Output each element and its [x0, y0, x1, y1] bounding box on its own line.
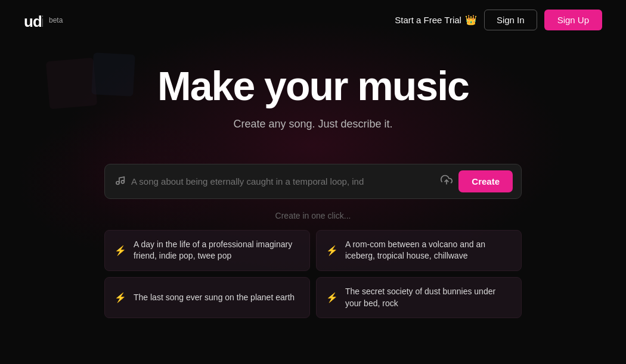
upload-icon[interactable]: [441, 174, 453, 189]
music-icon: [113, 174, 125, 189]
card-text-0: A day in the life of a professional imag…: [134, 239, 300, 262]
search-container: Create: [0, 164, 626, 199]
card-text-1: A rom-com between a volcano and an icebe…: [345, 239, 512, 262]
crown-icon: 👑: [465, 14, 477, 26]
svg-text:udio: udio: [24, 13, 43, 29]
card-text-3: The secret society of dust bunnies under…: [345, 286, 512, 309]
bolt-icon-3: ⚡: [326, 292, 338, 303]
logo-area: udio beta: [24, 11, 63, 30]
bolt-icon-1: ⚡: [326, 245, 338, 256]
hero-subtitle: Create any song. Just describe it.: [12, 118, 614, 130]
card-text-2: The last song ever sung on the planet ea…: [134, 292, 295, 304]
card-3[interactable]: ⚡ The secret society of dust bunnies und…: [316, 277, 522, 318]
card-1[interactable]: ⚡ A rom-com between a volcano and an ice…: [316, 230, 522, 271]
bolt-icon-0: ⚡: [114, 245, 126, 256]
card-2[interactable]: ⚡ The last song ever sung on the planet …: [104, 277, 310, 318]
header-right: Start a Free Trial 👑 Sign In Sign Up: [395, 10, 602, 30]
logo: udio: [24, 11, 44, 30]
bolt-icon-2: ⚡: [114, 292, 126, 303]
search-input[interactable]: [131, 176, 435, 186]
sign-in-button[interactable]: Sign In: [484, 10, 537, 30]
free-trial-link[interactable]: Start a Free Trial 👑: [395, 14, 477, 26]
beta-badge: beta: [49, 16, 63, 24]
create-button[interactable]: Create: [458, 170, 513, 192]
cards-container: ⚡ A day in the life of a professional im…: [0, 230, 626, 318]
sign-up-button[interactable]: Sign Up: [544, 10, 602, 30]
one-click-label: Create in one click...: [0, 211, 626, 220]
search-bar: Create: [104, 164, 522, 199]
header: udio beta Start a Free Trial 👑 Sign In S…: [0, 0, 626, 40]
hero-title: Make your music: [12, 64, 614, 108]
free-trial-label: Start a Free Trial: [395, 15, 461, 25]
hero-section: Make your music Create any song. Just de…: [0, 40, 626, 164]
card-0[interactable]: ⚡ A day in the life of a professional im…: [104, 230, 310, 271]
